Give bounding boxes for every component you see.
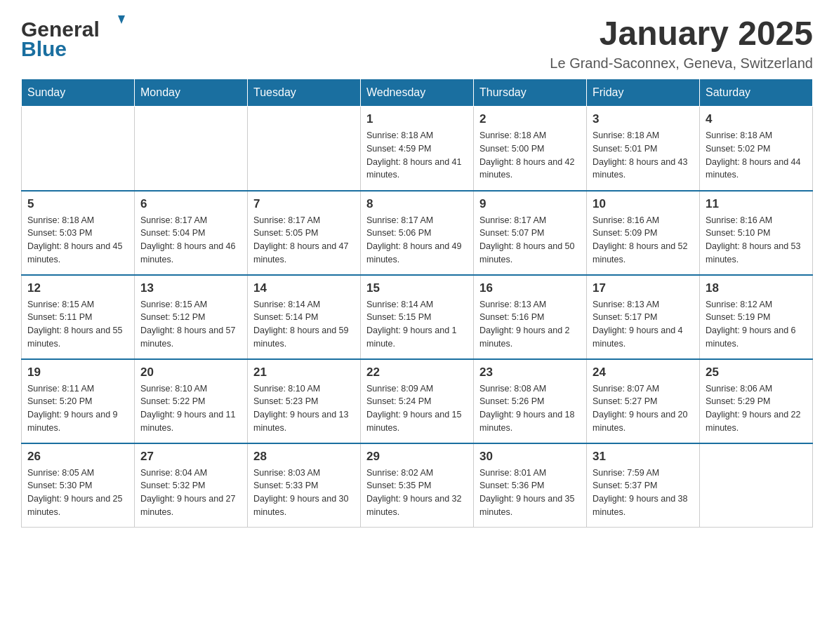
table-row: 25Sunrise: 8:06 AMSunset: 5:29 PMDayligh… [700,359,813,443]
table-row [248,107,361,191]
day-number: 30 [479,450,581,464]
calendar-week-5: 26Sunrise: 8:05 AMSunset: 5:30 PMDayligh… [22,443,813,528]
logo: General Blue [21,14,133,63]
title-section: January 2025 Le Grand-Saconnex, Geneva, … [550,14,813,72]
col-thursday: Thursday [474,79,587,107]
col-wednesday: Wednesday [361,79,474,107]
table-row: 21Sunrise: 8:10 AMSunset: 5:23 PMDayligh… [248,359,361,443]
day-number: 12 [27,281,128,295]
table-row: 14Sunrise: 8:14 AMSunset: 5:14 PMDayligh… [248,275,361,359]
day-number: 3 [593,112,694,126]
svg-text:Blue: Blue [21,37,67,60]
calendar-table: Sunday Monday Tuesday Wednesday Thursday… [21,79,813,528]
table-row: 4Sunrise: 8:18 AMSunset: 5:02 PMDaylight… [700,107,813,191]
day-info: Sunrise: 8:07 AMSunset: 5:27 PMDaylight:… [593,382,694,435]
day-number: 7 [253,197,355,211]
day-info: Sunrise: 8:05 AMSunset: 5:30 PMDaylight:… [27,467,128,519]
day-number: 5 [27,197,128,211]
table-row: 9Sunrise: 8:17 AMSunset: 5:07 PMDaylight… [474,191,587,275]
day-number: 16 [479,281,581,295]
day-info: Sunrise: 8:13 AMSunset: 5:17 PMDaylight:… [593,298,694,351]
day-info: Sunrise: 7:59 AMSunset: 5:37 PMDaylight:… [593,467,694,519]
day-info: Sunrise: 8:18 AMSunset: 5:02 PMDaylight:… [706,129,807,182]
table-row: 1Sunrise: 8:18 AMSunset: 4:59 PMDaylight… [361,107,474,191]
day-info: Sunrise: 8:14 AMSunset: 5:14 PMDaylight:… [253,298,355,351]
day-info: Sunrise: 8:17 AMSunset: 5:04 PMDaylight:… [140,214,241,267]
day-info: Sunrise: 8:18 AMSunset: 5:00 PMDaylight:… [479,129,581,182]
col-saturday: Saturday [700,79,813,107]
day-info: Sunrise: 8:17 AMSunset: 5:06 PMDaylight:… [366,214,468,267]
day-info: Sunrise: 8:04 AMSunset: 5:32 PMDaylight:… [140,467,241,519]
table-row: 15Sunrise: 8:14 AMSunset: 5:15 PMDayligh… [361,275,474,359]
day-info: Sunrise: 8:13 AMSunset: 5:16 PMDaylight:… [479,298,581,351]
day-number: 26 [27,450,128,464]
day-number: 21 [253,365,355,380]
day-number: 23 [479,365,581,380]
table-row: 24Sunrise: 8:07 AMSunset: 5:27 PMDayligh… [587,359,700,443]
day-number: 22 [366,365,468,380]
calendar-week-2: 5Sunrise: 8:18 AMSunset: 5:03 PMDaylight… [22,191,813,275]
table-row: 12Sunrise: 8:15 AMSunset: 5:11 PMDayligh… [22,275,135,359]
table-row [135,107,248,191]
calendar-week-3: 12Sunrise: 8:15 AMSunset: 5:11 PMDayligh… [22,275,813,359]
day-info: Sunrise: 8:09 AMSunset: 5:24 PMDaylight:… [366,382,468,435]
table-row: 28Sunrise: 8:03 AMSunset: 5:33 PMDayligh… [248,443,361,528]
calendar-header-row: Sunday Monday Tuesday Wednesday Thursday… [22,79,813,107]
col-monday: Monday [135,79,248,107]
day-info: Sunrise: 8:17 AMSunset: 5:05 PMDaylight:… [253,214,355,267]
day-info: Sunrise: 8:15 AMSunset: 5:11 PMDaylight:… [27,298,128,351]
month-title: January 2025 [550,14,813,53]
day-info: Sunrise: 8:10 AMSunset: 5:22 PMDaylight:… [140,382,241,435]
col-tuesday: Tuesday [248,79,361,107]
table-row: 22Sunrise: 8:09 AMSunset: 5:24 PMDayligh… [361,359,474,443]
day-number: 14 [253,281,355,295]
day-info: Sunrise: 8:15 AMSunset: 5:12 PMDaylight:… [140,298,241,351]
svg-marker-1 [118,15,125,24]
calendar-week-1: 1Sunrise: 8:18 AMSunset: 4:59 PMDaylight… [22,107,813,191]
day-info: Sunrise: 8:18 AMSunset: 4:59 PMDaylight:… [366,129,468,182]
day-info: Sunrise: 8:02 AMSunset: 5:35 PMDaylight:… [366,467,468,519]
day-info: Sunrise: 8:17 AMSunset: 5:07 PMDaylight:… [479,214,581,267]
day-info: Sunrise: 8:12 AMSunset: 5:19 PMDaylight:… [706,298,807,351]
table-row: 17Sunrise: 8:13 AMSunset: 5:17 PMDayligh… [587,275,700,359]
day-number: 10 [593,197,694,211]
calendar-week-4: 19Sunrise: 8:11 AMSunset: 5:20 PMDayligh… [22,359,813,443]
table-row: 7Sunrise: 8:17 AMSunset: 5:05 PMDaylight… [248,191,361,275]
table-row: 26Sunrise: 8:05 AMSunset: 5:30 PMDayligh… [22,443,135,528]
table-row: 10Sunrise: 8:16 AMSunset: 5:09 PMDayligh… [587,191,700,275]
col-friday: Friday [587,79,700,107]
table-row: 29Sunrise: 8:02 AMSunset: 5:35 PMDayligh… [361,443,474,528]
day-info: Sunrise: 8:03 AMSunset: 5:33 PMDaylight:… [253,467,355,519]
page-header: General Blue January 2025 Le Grand-Sacon… [21,14,813,72]
table-row [700,443,813,528]
table-row: 11Sunrise: 8:16 AMSunset: 5:10 PMDayligh… [700,191,813,275]
day-number: 31 [593,450,694,464]
day-number: 24 [593,365,694,380]
table-row: 19Sunrise: 8:11 AMSunset: 5:20 PMDayligh… [22,359,135,443]
day-number: 2 [479,112,581,126]
day-number: 1 [366,112,468,126]
day-number: 9 [479,197,581,211]
table-row: 30Sunrise: 8:01 AMSunset: 5:36 PMDayligh… [474,443,587,528]
table-row: 8Sunrise: 8:17 AMSunset: 5:06 PMDaylight… [361,191,474,275]
table-row: 6Sunrise: 8:17 AMSunset: 5:04 PMDaylight… [135,191,248,275]
day-number: 18 [706,281,807,295]
day-info: Sunrise: 8:11 AMSunset: 5:20 PMDaylight:… [27,382,128,435]
table-row: 18Sunrise: 8:12 AMSunset: 5:19 PMDayligh… [700,275,813,359]
day-number: 19 [27,365,128,380]
day-number: 17 [593,281,694,295]
day-info: Sunrise: 8:10 AMSunset: 5:23 PMDaylight:… [253,382,355,435]
day-info: Sunrise: 8:18 AMSunset: 5:03 PMDaylight:… [27,214,128,267]
day-number: 13 [140,281,241,295]
day-info: Sunrise: 8:06 AMSunset: 5:29 PMDaylight:… [706,382,807,435]
table-row [22,107,135,191]
day-number: 8 [366,197,468,211]
day-number: 4 [706,112,807,126]
day-number: 29 [366,450,468,464]
day-number: 11 [706,197,807,211]
day-number: 15 [366,281,468,295]
day-info: Sunrise: 8:16 AMSunset: 5:10 PMDaylight:… [706,214,807,267]
col-sunday: Sunday [22,79,135,107]
table-row: 3Sunrise: 8:18 AMSunset: 5:01 PMDaylight… [587,107,700,191]
day-number: 25 [706,365,807,380]
